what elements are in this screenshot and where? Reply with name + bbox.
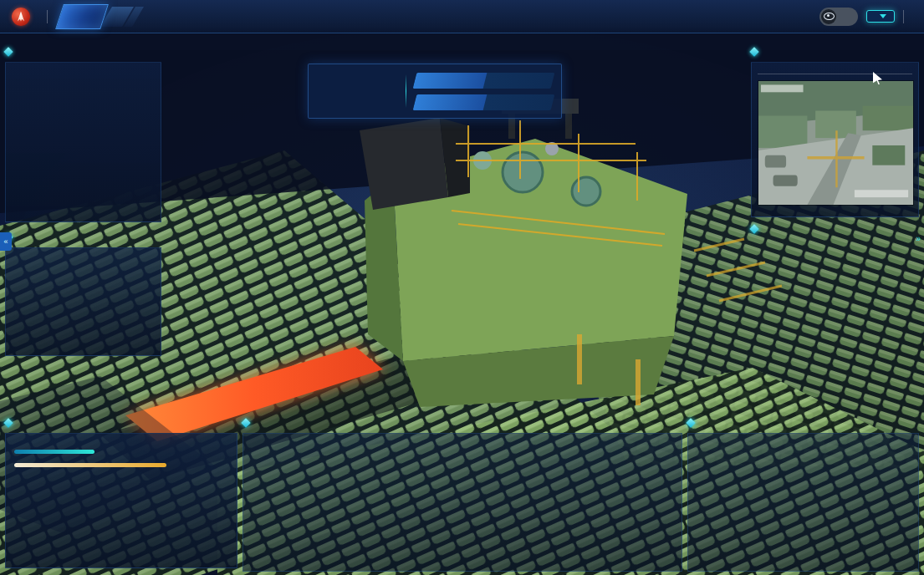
video-camera-tabs (758, 69, 912, 74)
line-status-divider (406, 74, 406, 108)
chevron-down-icon (880, 14, 886, 18)
company-logo-icon (12, 8, 30, 26)
header-divider (903, 10, 904, 23)
stock-bar-yesterday-fill (14, 463, 166, 467)
equipment-panel: » (751, 221, 919, 351)
collapse-panel-arrow-icon[interactable]: « (0, 232, 12, 251)
efficiency-panel (242, 415, 682, 573)
gem-icon (749, 224, 758, 233)
stock-bar-today (14, 448, 228, 455)
shift-time-bar (413, 94, 555, 110)
equipment-grid (751, 239, 919, 349)
energy-hourly-chart (11, 74, 156, 135)
gem-icon (3, 47, 13, 56)
quality-panel (5, 229, 161, 358)
stock-bar-today-fill (14, 450, 94, 454)
visibility-toggle[interactable] (819, 8, 858, 26)
toggle-knob (821, 9, 836, 24)
stock-bar-yesterday (14, 461, 228, 469)
header-divider (47, 10, 48, 23)
hourly-chart-plot (317, 445, 675, 532)
chevron-right-icon[interactable]: » (916, 234, 921, 243)
line-status-panel (308, 64, 562, 119)
energy-panel (5, 43, 161, 224)
hourly-output-chart (317, 445, 675, 532)
shift-team-bar (413, 73, 555, 89)
gem-icon (241, 418, 250, 427)
orders-panel (687, 415, 919, 573)
production-panel (5, 415, 237, 570)
line-select-dropdown[interactable] (866, 10, 895, 23)
eye-icon (824, 13, 835, 20)
video-panel (751, 43, 919, 219)
gem-icon (3, 418, 13, 427)
app-header (0, 0, 924, 33)
gem-icon (686, 418, 695, 427)
efficiency-mini-cards (250, 445, 310, 532)
camera-feed[interactable] (758, 80, 914, 206)
gem-icon (749, 47, 758, 56)
